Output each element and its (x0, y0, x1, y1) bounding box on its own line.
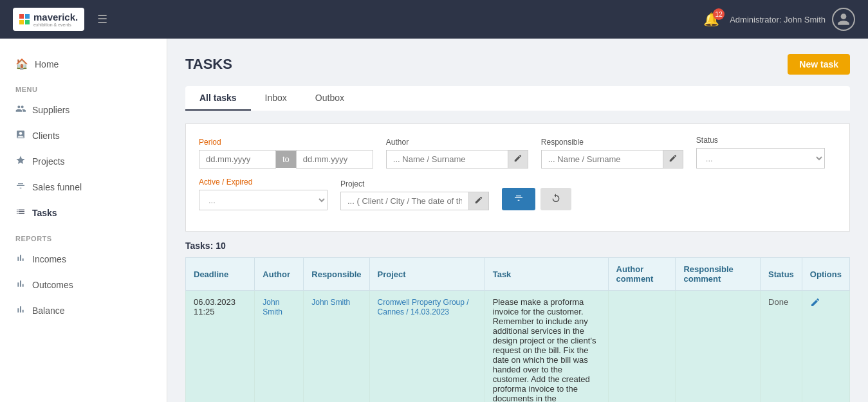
tab-inbox[interactable]: Inbox (251, 86, 301, 111)
project-input[interactable] (340, 192, 469, 210)
period-to-button[interactable]: to (276, 151, 296, 168)
cell-project: Cromwell Property Group / Cannes / 14.03… (369, 291, 485, 403)
filter-area: Period to Author (185, 123, 850, 232)
col-options: Options (802, 258, 849, 291)
reports-section-label: REPORTS (0, 226, 167, 246)
logo-sub: exhibition & events (33, 23, 78, 27)
project-link[interactable]: Cromwell Property Group / Cannes / 14.03… (378, 298, 469, 316)
table-row: 06.03.2023 11:25 John Smith John Smith C… (186, 291, 850, 403)
sidebar-item-tasks-label: Tasks (32, 208, 57, 218)
active-expired-select[interactable]: ... (199, 190, 328, 210)
sidebar-item-home[interactable]: 🏠 Home (0, 51, 167, 77)
col-project: Project (369, 258, 485, 291)
status-select[interactable]: ... (696, 148, 825, 169)
status-label: Status (696, 136, 825, 145)
menu-section-label: MENU (0, 77, 167, 97)
filter-active-expired-group: Active / Expired ... (199, 178, 328, 210)
clients-icon (15, 129, 26, 142)
logo-text: maverick. (33, 12, 78, 23)
sidebar: 🏠 Home MENU Suppliers Clients Projects (0, 39, 167, 402)
notification-bell-icon[interactable]: 🔔 12 (703, 12, 719, 27)
sidebar-item-suppliers[interactable]: Suppliers (0, 97, 167, 123)
sidebar-item-suppliers-label: Suppliers (32, 105, 69, 115)
projects-icon (15, 155, 26, 168)
hamburger-menu-icon[interactable]: ☰ (97, 12, 107, 26)
topnav: maverick. exhibition & events ☰ 🔔 12 Adm… (0, 0, 868, 39)
responsible-pick-button[interactable] (663, 150, 683, 169)
author-input[interactable] (386, 150, 508, 169)
author-pick-button[interactable] (508, 150, 528, 169)
col-author-comment: Author comment (608, 258, 676, 291)
project-label: Project (340, 179, 489, 188)
col-responsible-comment: Responsible comment (676, 258, 761, 291)
period-from-input[interactable] (199, 150, 276, 169)
filter-period-group: Period to (199, 138, 373, 169)
sidebar-item-sales-funnel[interactable]: Sales funnel (0, 174, 167, 200)
period-label: Period (199, 138, 373, 147)
suppliers-icon (15, 104, 26, 116)
author-label: Author (386, 138, 528, 147)
incomes-icon (15, 253, 26, 266)
responsible-input[interactable] (541, 150, 663, 169)
admin-info: Administrator: John Smith (730, 8, 855, 31)
sidebar-item-sales-funnel-label: Sales funnel (32, 182, 82, 192)
col-status: Status (761, 258, 802, 291)
col-deadline: Deadline (186, 258, 255, 291)
col-responsible: Responsible (304, 258, 369, 291)
sidebar-item-tasks[interactable]: Tasks (0, 200, 167, 226)
main-content: TASKS New task All tasks Inbox Outbox Pe… (167, 39, 868, 402)
filter-responsible-group: Responsible (541, 138, 683, 169)
home-icon: 🏠 (15, 58, 28, 70)
edit-icon[interactable] (810, 299, 820, 309)
active-expired-label: Active / Expired (199, 178, 328, 187)
filter-status-group: Status ... (696, 136, 825, 169)
sidebar-item-clients-label: Clients (32, 131, 60, 141)
tab-all-tasks[interactable]: All tasks (185, 86, 251, 111)
filter-project-group: Project (340, 179, 489, 210)
tasks-table: Deadline Author Responsible Project Task… (185, 257, 850, 402)
outcomes-icon (15, 279, 26, 291)
cell-deadline: 06.03.2023 11:25 (186, 291, 255, 403)
cell-options (802, 291, 849, 403)
cell-status: Done (761, 291, 802, 403)
new-task-button[interactable]: New task (788, 54, 850, 75)
sidebar-item-incomes[interactable]: Incomes (0, 246, 167, 272)
responsible-link[interactable]: John Smith (311, 298, 350, 307)
tab-outbox[interactable]: Outbox (301, 86, 358, 111)
cell-author-comment (608, 291, 676, 403)
sidebar-item-clients[interactable]: Clients (0, 123, 167, 149)
cell-task: Please make a proforma invoice for the c… (485, 291, 608, 403)
period-to-input[interactable] (296, 150, 373, 169)
logo: maverick. exhibition & events (13, 8, 84, 31)
responsible-label: Responsible (541, 138, 683, 147)
tasks-count-label: Tasks: (185, 241, 213, 251)
notification-count-badge: 12 (713, 8, 725, 20)
sidebar-item-projects[interactable]: Projects (0, 149, 167, 174)
sidebar-item-balance[interactable]: Balance (0, 298, 167, 324)
col-task: Task (485, 258, 608, 291)
project-pick-button[interactable] (469, 192, 489, 210)
filter-buttons (502, 188, 571, 210)
sidebar-item-outcomes[interactable]: Outcomes (0, 272, 167, 298)
tasks-count: Tasks: 10 (185, 241, 850, 251)
balance-icon (15, 304, 26, 317)
avatar[interactable] (832, 8, 855, 31)
cell-responsible: John Smith (304, 291, 369, 403)
sidebar-item-balance-label: Balance (32, 306, 65, 316)
col-author: Author (255, 258, 304, 291)
apply-filter-button[interactable] (502, 188, 535, 210)
sidebar-item-home-label: Home (35, 59, 59, 69)
tasks-icon (15, 206, 26, 219)
page-title: TASKS (185, 56, 232, 73)
cell-responsible-comment (676, 291, 761, 403)
sidebar-item-projects-label: Projects (32, 156, 65, 167)
tasks-count-value: 10 (216, 241, 226, 251)
tabs-bar: All tasks Inbox Outbox (185, 86, 850, 111)
cell-author: John Smith (255, 291, 304, 403)
reset-filter-button[interactable] (540, 188, 571, 210)
sidebar-item-outcomes-label: Outcomes (32, 280, 73, 290)
sidebar-item-incomes-label: Incomes (32, 254, 66, 264)
admin-label: Administrator: John Smith (730, 15, 826, 24)
filter-author-group: Author (386, 138, 528, 169)
author-link[interactable]: John Smith (263, 298, 282, 316)
